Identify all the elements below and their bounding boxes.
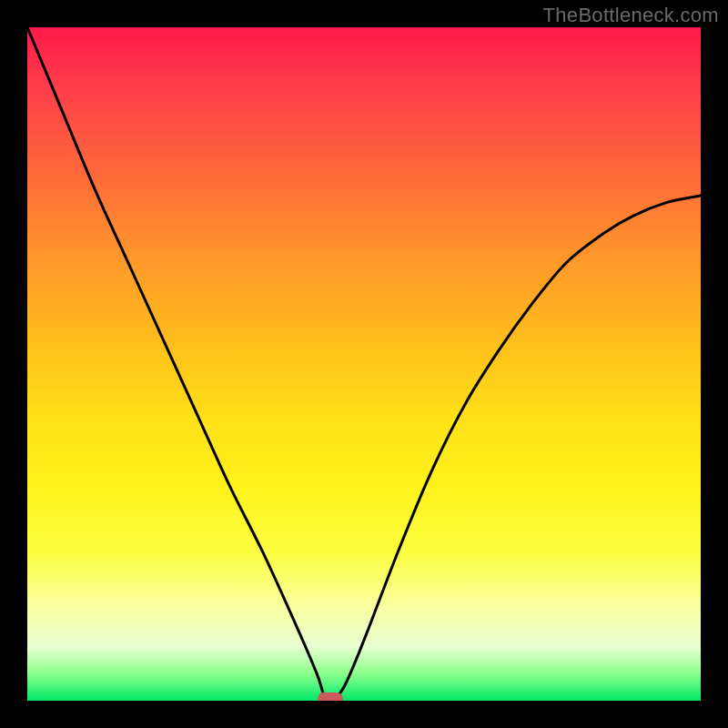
watermark-text: TheBottleneck.com — [543, 4, 719, 27]
optimal-marker — [318, 693, 343, 701]
plot-area — [27, 27, 701, 701]
chart-frame: TheBottleneck.com — [0, 0, 728, 728]
bottleneck-curve — [27, 27, 701, 701]
